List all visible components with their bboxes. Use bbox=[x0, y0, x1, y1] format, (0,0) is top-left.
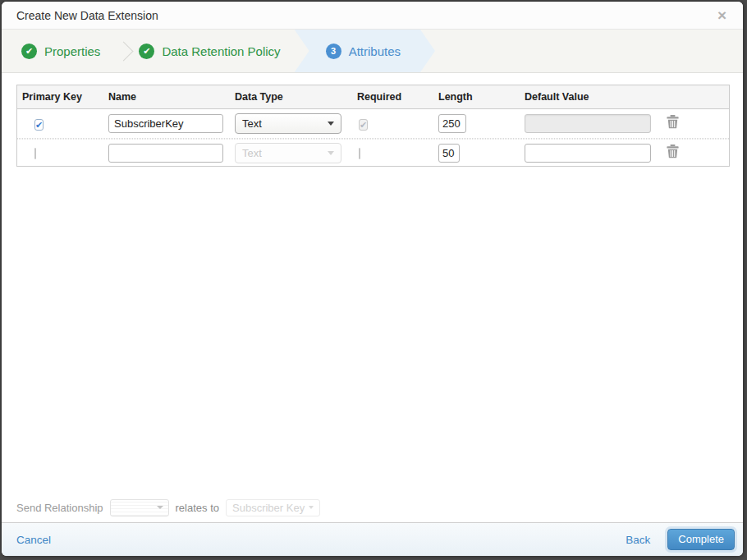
relates-to-label: relates to bbox=[176, 502, 219, 514]
relates-to-field-select: Subscriber Key bbox=[226, 499, 320, 516]
attribute-row: ✔ Text ✔ bbox=[17, 109, 729, 139]
send-relationship-row: Send Relationship relates to Subscriber … bbox=[16, 498, 320, 517]
data-type-value: Text bbox=[242, 147, 262, 159]
col-header-data-type: Data Type bbox=[230, 91, 352, 103]
name-input[interactable] bbox=[108, 114, 223, 133]
step-number-badge: 3 bbox=[326, 44, 341, 59]
length-input[interactable] bbox=[438, 114, 466, 133]
dialog-footer: Cancel Back Complete bbox=[2, 522, 743, 556]
step-separator-chevron-icon bbox=[114, 41, 134, 61]
primary-key-checkbox[interactable] bbox=[34, 148, 36, 159]
delete-row-icon[interactable] bbox=[667, 115, 679, 132]
data-type-value: Text bbox=[242, 117, 262, 130]
create-data-extension-dialog: Create New Data Extension × ✔ Properties… bbox=[2, 2, 743, 556]
required-checkbox[interactable] bbox=[359, 148, 360, 159]
step-complete-check-icon: ✔ bbox=[21, 44, 37, 59]
relates-to-field-value: Subscriber Key bbox=[232, 502, 305, 514]
step-attributes[interactable]: 3 Attributes bbox=[295, 30, 435, 72]
chevron-down-icon bbox=[157, 506, 163, 509]
attributes-table: Primary Key Name Data Type Required Leng… bbox=[16, 85, 730, 167]
attributes-panel: Primary Key Name Data Type Required Leng… bbox=[2, 73, 743, 522]
step-label: Properties bbox=[44, 44, 100, 58]
send-relationship-field-select bbox=[110, 499, 169, 516]
complete-button[interactable]: Complete bbox=[667, 529, 735, 550]
dialog-title: Create New Data Extension bbox=[16, 9, 158, 22]
data-type-select: Text bbox=[235, 143, 341, 163]
chevron-down-icon bbox=[328, 151, 334, 155]
attributes-table-header: Primary Key Name Data Type Required Leng… bbox=[17, 85, 729, 109]
col-header-default-value: Default Value bbox=[520, 91, 655, 103]
delete-row-icon[interactable] bbox=[667, 145, 679, 162]
step-properties[interactable]: ✔ Properties bbox=[2, 30, 100, 72]
length-input[interactable] bbox=[438, 144, 460, 163]
step-label: Attributes bbox=[349, 44, 401, 58]
wizard-steps: ✔ Properties ✔ Data Retention Policy 3 A… bbox=[2, 30, 743, 73]
back-link[interactable]: Back bbox=[626, 534, 650, 546]
dialog-titlebar: Create New Data Extension × bbox=[2, 2, 743, 30]
required-checkbox: ✔ bbox=[359, 119, 368, 131]
step-label: Data Retention Policy bbox=[162, 44, 280, 58]
attribute-row: Text bbox=[17, 139, 729, 166]
col-header-name: Name bbox=[103, 91, 230, 103]
step-complete-check-icon: ✔ bbox=[139, 44, 154, 59]
chevron-down-icon bbox=[328, 122, 334, 126]
primary-key-checkbox[interactable]: ✔ bbox=[34, 119, 44, 131]
cancel-link[interactable]: Cancel bbox=[16, 534, 51, 546]
name-input[interactable] bbox=[108, 144, 223, 163]
default-value-input[interactable] bbox=[525, 144, 651, 163]
send-relationship-label: Send Relationship bbox=[16, 502, 103, 514]
step-data-retention-policy[interactable]: ✔ Data Retention Policy bbox=[139, 30, 280, 72]
default-value-input bbox=[525, 114, 651, 133]
col-header-required: Required bbox=[352, 91, 433, 103]
close-icon[interactable]: × bbox=[714, 6, 730, 25]
col-header-primary-key: Primary Key bbox=[17, 91, 103, 103]
chevron-down-icon bbox=[309, 506, 314, 509]
data-type-select[interactable]: Text bbox=[235, 113, 341, 134]
col-header-length: Length bbox=[433, 91, 520, 103]
